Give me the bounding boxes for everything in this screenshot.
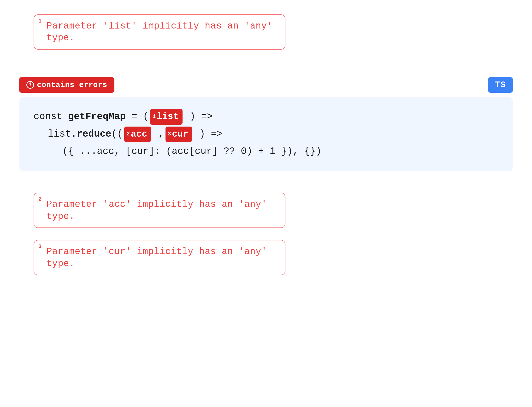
error-box-2: 2 Parameter 'acc' implicitly has an 'any… [34, 193, 286, 228]
code-sep: , [152, 126, 164, 142]
token-num-1: 1 [152, 114, 156, 119]
error-number-1: 1 [38, 18, 41, 24]
code-line-2: list.reduce(( 2acc , 3cur ) => [34, 126, 498, 142]
error-number-2: 2 [38, 196, 41, 203]
code-line1-post: ) => [184, 109, 213, 124]
token-name-list: list [157, 110, 178, 124]
keyword-const: const [34, 109, 68, 124]
fn-name: getFreqMap [68, 109, 126, 124]
error-token-acc: 2acc [124, 126, 151, 142]
code-header-row: i contains errors TS [19, 77, 513, 93]
code-line1-mid: = ( [126, 109, 149, 124]
token-num-2: 2 [127, 132, 130, 137]
token-num-3: 3 [168, 132, 171, 137]
code-block: const getFreqMap = ( 1list ) => list.red… [19, 97, 513, 171]
code-line3-text: ({ ...acc, [cur]: (acc[cur] ?? 0) + 1 })… [62, 144, 321, 159]
code-list-reduce: list.reduce(( [48, 126, 123, 142]
bottom-errors-section: 2 Parameter 'acc' implicitly has an 'any… [34, 193, 513, 275]
code-line2-post: ) => [194, 126, 222, 142]
code-line-1: const getFreqMap = ( 1list ) => [34, 109, 498, 125]
error-text-1: Parameter 'list' implicitly has an 'any'… [47, 21, 273, 43]
error-number-3: 3 [38, 244, 41, 250]
contains-errors-badge: i contains errors [19, 77, 114, 93]
ts-badge: TS [488, 77, 513, 93]
contains-errors-label: contains errors [37, 80, 107, 89]
ts-label: TS [495, 80, 506, 90]
error-text-3: Parameter 'cur' implicitly has an 'any' … [47, 246, 267, 268]
error-box-1: 1 Parameter 'list' implicitly has an 'an… [34, 14, 286, 50]
token-name-cur: cur [172, 127, 188, 142]
code-line-3: ({ ...acc, [cur]: (acc[cur] ?? 0) + 1 })… [34, 144, 498, 159]
info-icon: i [26, 81, 34, 89]
token-name-acc: acc [131, 127, 147, 142]
error-token-list: 1list [150, 109, 182, 125]
error-box-3: 3 Parameter 'cur' implicitly has an 'any… [34, 240, 286, 275]
error-text-2: Parameter 'acc' implicitly has an 'any' … [47, 199, 267, 221]
error-token-cur: 3cur [166, 126, 192, 142]
